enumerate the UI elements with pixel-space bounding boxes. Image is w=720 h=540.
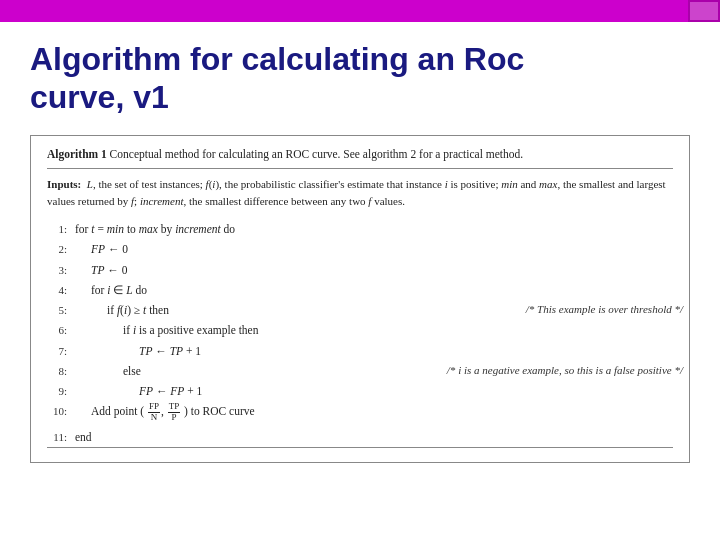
line-num-2: 2: xyxy=(47,240,75,259)
line-num-6: 6: xyxy=(47,321,75,340)
line-num-8: 8: xyxy=(47,362,75,381)
algo-line-1: 1: for t = min to max by increment do xyxy=(47,219,673,239)
line-content-1: for t = min to max by increment do xyxy=(75,219,673,239)
algo-line-10: 10: Add point ( FP N , TP P ) to ROC cur… xyxy=(47,401,673,423)
comment-8: /* i is a negative example, so this is a… xyxy=(447,361,683,380)
algo-line-11: 11: end xyxy=(47,427,673,448)
frac-tp: TP P xyxy=(168,402,181,423)
line-content-9: FP ← FP + 1 xyxy=(75,381,673,401)
line-num-11: 11: xyxy=(47,428,75,447)
line-content-3: TP ← 0 xyxy=(75,260,673,280)
comment-5: /* This example is over threshold */ xyxy=(526,300,683,319)
algo-line-4: 4: for i ∈ L do xyxy=(47,280,673,300)
line-num-1: 1: xyxy=(47,220,75,239)
line-num-10: 10: xyxy=(47,402,75,421)
inputs-text: L, the set of test instances; f(i), the … xyxy=(47,178,666,208)
line-content-7: TP ← TP + 1 xyxy=(75,341,673,361)
algorithm-header: Algorithm 1 Conceptual method for calcul… xyxy=(47,146,673,169)
line-content-2: FP ← 0 xyxy=(75,239,673,259)
algo-line-9: 9: FP ← FP + 1 xyxy=(47,381,673,401)
algorithm-body: 1: for t = min to max by increment do 2:… xyxy=(47,219,673,448)
algo-line-6: 6: if i is a positive example then xyxy=(47,320,673,340)
algo-line-7: 7: TP ← TP + 1 xyxy=(47,341,673,361)
algo-header-desc: Conceptual method for calculating an ROC… xyxy=(110,148,524,160)
slide-content: Algorithm for calculating an Roc curve, … xyxy=(0,22,720,483)
algorithm-inputs: Inputs: L, the set of test instances; f(… xyxy=(47,176,673,211)
title-line2: curve, v1 xyxy=(30,79,169,115)
line-content-6: if i is a positive example then xyxy=(75,320,673,340)
title-line1: Algorithm for calculating an Roc xyxy=(30,41,524,77)
frac-fp: FP N xyxy=(148,402,160,423)
line-content-11: end xyxy=(75,427,673,447)
line-num-4: 4: xyxy=(47,281,75,300)
algo-label: Algorithm 1 xyxy=(47,148,107,160)
line-content-10: Add point ( FP N , TP P ) to ROC curve xyxy=(75,401,673,423)
line-num-3: 3: xyxy=(47,261,75,280)
line-num-5: 5: xyxy=(47,301,75,320)
algo-line-2: 2: FP ← 0 xyxy=(47,239,673,259)
algo-line-5: 5: if f(i) ≥ t then /* This example is o… xyxy=(47,300,673,320)
line-content-4: for i ∈ L do xyxy=(75,280,673,300)
slide-title: Algorithm for calculating an Roc curve, … xyxy=(30,40,690,117)
line-num-9: 9: xyxy=(47,382,75,401)
line-content-8: else /* i is a negative example, so this… xyxy=(75,361,673,381)
top-bar xyxy=(0,0,720,22)
algorithm-box: Algorithm 1 Conceptual method for calcul… xyxy=(30,135,690,464)
line-content-5: if f(i) ≥ t then /* This example is over… xyxy=(75,300,673,320)
top-bar-accent xyxy=(688,0,720,22)
algo-line-8: 8: else /* i is a negative example, so t… xyxy=(47,361,673,381)
line-num-7: 7: xyxy=(47,342,75,361)
inputs-label: Inputs: xyxy=(47,178,81,190)
algo-line-3: 3: TP ← 0 xyxy=(47,260,673,280)
